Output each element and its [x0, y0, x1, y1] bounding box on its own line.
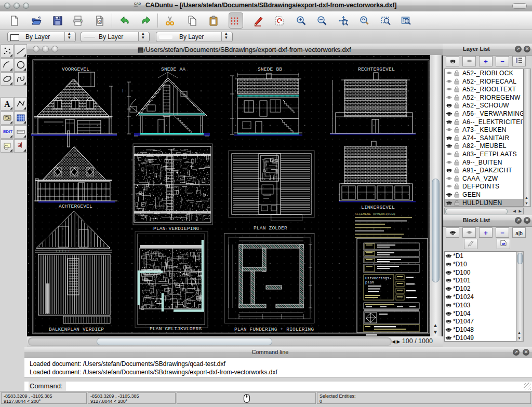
svg-text:RECHTERGEVEL: RECHTERGEVEL — [358, 66, 395, 72]
svg-text:|: | — [122, 88, 124, 92]
svg-text:Uitvoerings-: Uitvoerings- — [365, 276, 391, 280]
svg-text:LINKERGEVEL: LINKERGEVEL — [361, 205, 395, 210]
svg-text:Q: Q — [98, 20, 101, 24]
svg-text:SNEDE BB: SNEDE BB — [258, 66, 282, 72]
svg-text:plan: plan — [365, 280, 374, 284]
svg-text:PLAN FUNDERING + RIOLERING: PLAN FUNDERING + RIOLERING — [234, 327, 314, 332]
svg-text:ALGEMENE OPMERKINGEN: ALGEMENE OPMERKINGEN — [355, 212, 395, 216]
svg-text:PLAN GELIJKVLOERS: PLAN GELIJKVLOERS — [150, 326, 202, 332]
svg-text:EDIT: EDIT — [3, 129, 12, 134]
svg-text:+ + + + +: + + + + + — [56, 250, 70, 253]
svg-text:ACHTERGEVEL: ACHTERGEVEL — [59, 204, 92, 209]
svg-text:SNEDE AA: SNEDE AA — [161, 66, 185, 72]
svg-text:PLAN VERDIEPING: PLAN VERDIEPING — [153, 226, 200, 232]
svg-text:VOORGEVEL: VOORGEVEL — [62, 66, 89, 72]
svg-text:BALKENPLAN VERDIEP: BALKENPLAN VERDIEP — [49, 327, 104, 332]
svg-text:PLAN ZOLDER: PLAN ZOLDER — [254, 225, 287, 231]
svg-text:A: A — [4, 100, 10, 108]
